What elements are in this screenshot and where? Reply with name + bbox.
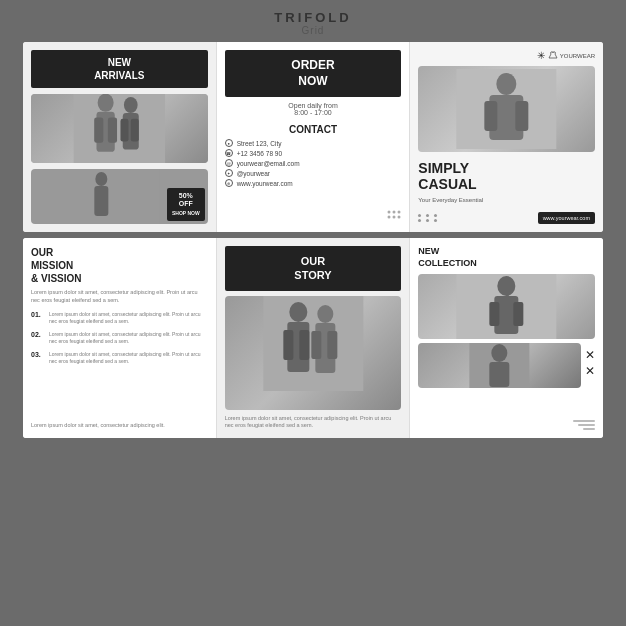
decorative-dots	[387, 210, 401, 224]
panel-our-story: OUR STORY Lorem ipsum dolor sit amet, co…	[217, 238, 411, 438]
order-now-box: ORDER NOW	[225, 50, 402, 97]
svg-point-19	[497, 73, 517, 95]
svg-point-33	[498, 276, 516, 296]
panel-order-now: ORDER NOW Open daily from 8:00 - 17:00 C…	[217, 42, 411, 232]
small-photo: 50% OFF SHOP NOW	[31, 169, 208, 224]
bottom-row: OUR MISSION & VISSION Lorem ipsum dolor …	[23, 238, 603, 438]
new-arrivals-box: NEW ARRIVALS	[31, 50, 208, 88]
collection-photo-large	[418, 274, 595, 339]
svg-point-5	[124, 97, 138, 113]
svg-rect-9	[79, 169, 159, 224]
couple-photo-bg	[31, 94, 208, 163]
svg-rect-3	[94, 117, 103, 142]
open-hours: Open daily from 8:00 - 17:00	[225, 102, 402, 116]
collection-photo-small	[418, 343, 581, 388]
our-story-box: OUR STORY	[225, 246, 402, 291]
svg-rect-39	[490, 362, 510, 387]
svg-point-15	[388, 216, 391, 219]
web-icon: ⊕	[225, 179, 233, 187]
contact-instagram: ✦ @yourwear	[225, 169, 402, 177]
asterisk-icon: ✳	[537, 50, 545, 61]
panel-mission: OUR MISSION & VISSION Lorem ipsum dolor …	[23, 238, 217, 438]
phone-icon: ☎	[225, 149, 233, 157]
tagline-text: Your Everyday Essential	[418, 197, 595, 203]
hanger-icon	[548, 51, 558, 61]
new-collection-title: NEW COLLECTION	[418, 246, 595, 269]
svg-rect-36	[514, 302, 524, 326]
svg-rect-7	[120, 118, 128, 141]
svg-rect-21	[485, 101, 498, 131]
contact-email: @ yourwear@email.com	[225, 159, 402, 167]
story-photo	[225, 296, 402, 410]
svg-rect-26	[283, 330, 293, 360]
cross-icon-2: ✕	[585, 365, 595, 377]
contact-list: ● Street 123, City ☎ +12 3456 78 90 @ yo…	[225, 139, 402, 187]
collection-photos-container: ✕ ✕	[418, 274, 595, 430]
svg-rect-11	[94, 186, 108, 216]
svg-rect-27	[299, 330, 309, 360]
mission-footer: Lorem ipsum dolor sit amet, consectetur …	[31, 422, 208, 430]
website-button[interactable]: www.yourwear.com	[538, 212, 595, 224]
deco-lines	[573, 420, 595, 430]
cross-icon-1: ✕	[585, 349, 595, 361]
svg-point-17	[398, 216, 401, 219]
brand-logo: YOURWEAR	[548, 51, 595, 61]
svg-rect-8	[131, 118, 139, 141]
brochure-container: NEW ARRIVALS	[23, 42, 603, 438]
contact-address: ● Street 123, City	[225, 139, 402, 147]
list-item: 01. Lorem ipsum dolor sit amet, consecte…	[31, 311, 208, 325]
mission-intro: Lorem ipsum dolor sit amet, consectetur …	[31, 289, 208, 304]
svg-rect-22	[516, 101, 529, 131]
dots-decoration	[418, 214, 440, 222]
brand-top: ✳ YOURWEAR	[418, 50, 595, 61]
story-body: Lorem ipsum dolor sit amet, consectetur …	[225, 415, 402, 430]
svg-point-38	[492, 344, 508, 362]
svg-rect-0	[74, 94, 165, 163]
svg-point-10	[95, 172, 107, 186]
couple-photo	[31, 94, 208, 163]
svg-rect-4	[108, 117, 117, 142]
top-row: NEW ARRIVALS	[23, 42, 603, 232]
panel-simply-casual: ✳ YOURWEAR SIMPLY CASUAL Your E	[410, 42, 603, 232]
svg-point-24	[289, 302, 307, 322]
svg-point-13	[393, 211, 396, 214]
list-item: 02. Lorem ipsum dolor sit amet, consecte…	[31, 331, 208, 345]
page-subtitle: Grid	[274, 25, 351, 36]
svg-point-12	[388, 211, 391, 214]
list-item: 03. Lorem ipsum dolor sit amet, consecte…	[31, 351, 208, 365]
fashion-photo	[418, 66, 595, 152]
contact-title: CONTACT	[225, 124, 402, 135]
mission-title: OUR MISSION & VISSION	[31, 246, 208, 285]
page-title: TRIFOLD	[274, 10, 351, 25]
contact-website: ⊕ www.yourwear.com	[225, 179, 402, 187]
svg-point-16	[393, 216, 396, 219]
page-header: TRIFOLD Grid	[274, 0, 351, 42]
social-icon: ✦	[225, 169, 233, 177]
svg-rect-31	[327, 331, 337, 359]
mission-list: 01. Lorem ipsum dolor sit amet, consecte…	[31, 311, 208, 365]
email-icon: @	[225, 159, 233, 167]
simply-casual-text: SIMPLY CASUAL	[418, 161, 595, 192]
svg-point-14	[398, 211, 401, 214]
svg-rect-30	[311, 331, 321, 359]
svg-point-28	[317, 305, 333, 323]
svg-rect-35	[490, 302, 500, 326]
panel-new-arrivals: NEW ARRIVALS	[23, 42, 217, 232]
contact-section: CONTACT ● Street 123, City ☎ +12 3456 78…	[225, 124, 402, 189]
panel-new-collection: NEW COLLECTION	[410, 238, 603, 438]
location-icon: ●	[225, 139, 233, 147]
contact-phone: ☎ +12 3456 78 90	[225, 149, 402, 157]
